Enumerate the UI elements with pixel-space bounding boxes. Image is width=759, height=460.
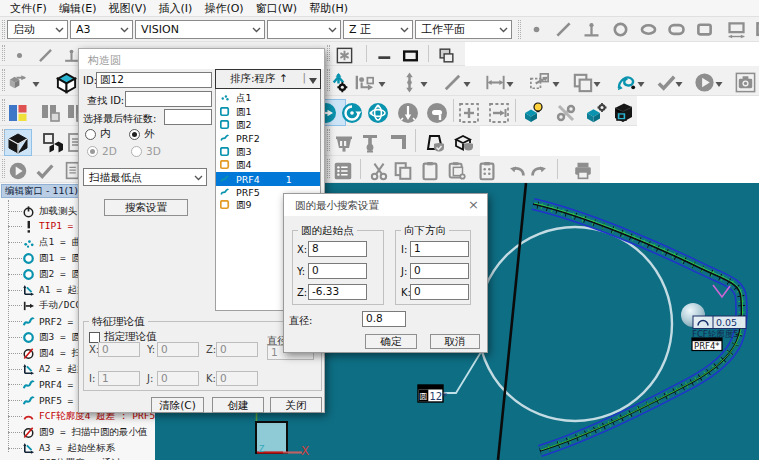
radio-2d[interactable]: 2D <box>87 145 117 157</box>
line-icon[interactable] <box>34 44 57 66</box>
translate-cube-icon[interactable] <box>3 69 30 95</box>
dropdown-arrow-icon[interactable] <box>552 78 560 91</box>
measure-line-icon[interactable] <box>439 69 466 95</box>
snapshot-icon[interactable] <box>732 69 759 95</box>
menu-view[interactable]: 视图(V) <box>102 0 152 17</box>
feature-list-item[interactable]: 圆1 <box>216 105 321 118</box>
dropdown-arrow-icon[interactable] <box>420 78 428 91</box>
find-id-input[interactable] <box>125 91 212 107</box>
menu-insert[interactable]: 插入(I) <box>153 0 199 17</box>
feature-list-item[interactable]: 圆2 <box>216 119 321 132</box>
i-input[interactable]: 1 <box>98 371 140 386</box>
create-button[interactable]: 创建 <box>212 397 264 413</box>
rotate-3d-icon[interactable] <box>364 99 392 126</box>
zoom-extent-icon[interactable] <box>485 99 513 126</box>
tree-item[interactable]: FCF位置度 = 通过 <box>0 456 155 460</box>
paste-icon[interactable] <box>417 158 443 183</box>
copy-icon[interactable] <box>390 158 416 183</box>
dropdown-arrow-icon[interactable] <box>715 78 723 91</box>
rotate-2d-icon[interactable] <box>338 99 366 126</box>
auto-square-slot-icon[interactable] <box>692 19 716 40</box>
scan-path-icon[interactable] <box>613 69 640 95</box>
radio-outer[interactable]: 外 <box>129 127 155 141</box>
toolbar-grip[interactable] <box>2 129 5 151</box>
paste-special-icon[interactable] <box>444 158 470 183</box>
collision-icon[interactable] <box>552 99 580 126</box>
ms-x-input[interactable]: 8 <box>308 241 367 257</box>
duplicate-window-icon[interactable] <box>435 44 458 66</box>
dropdown-arrow-icon[interactable] <box>32 78 40 91</box>
play-icon[interactable] <box>5 158 31 183</box>
auto-plane-icon[interactable] <box>579 19 603 40</box>
toolbar-grip[interactable] <box>327 159 330 178</box>
k-input[interactable]: 0 <box>216 371 258 386</box>
zoom-select-icon[interactable] <box>455 99 483 126</box>
rectangle-icon[interactable] <box>399 44 422 66</box>
view-cube-icon[interactable] <box>608 99 636 126</box>
redo-icon[interactable] <box>526 158 552 183</box>
circle12-label[interactable]: 圆 12* <box>418 385 447 402</box>
check-icon[interactable] <box>32 158 58 183</box>
point-icon[interactable] <box>8 44 31 66</box>
auto-cutout-icon[interactable] <box>745 19 759 40</box>
dropdown-arrow-icon[interactable] <box>378 78 386 91</box>
probe-file-combo[interactable]: VISION <box>135 20 265 39</box>
menu-operation[interactable]: 操作(O) <box>198 0 249 17</box>
dropdown-arrow-icon[interactable] <box>506 78 514 91</box>
corner-probe-icon[interactable] <box>384 129 412 156</box>
toolbar-grip[interactable] <box>327 129 330 151</box>
probe-down-icon[interactable] <box>394 99 422 126</box>
feature-list-item[interactable]: 圆4 <box>216 159 321 172</box>
paste-pattern-icon[interactable] <box>474 158 500 183</box>
iso-view-cube-icon[interactable] <box>53 69 80 95</box>
feature-list-item[interactable]: 圆3 <box>216 146 321 159</box>
radio-inner-circle[interactable] <box>85 129 96 140</box>
menu-file[interactable]: 文件(F) <box>4 0 53 17</box>
guard-plane-icon[interactable] <box>422 129 450 156</box>
feature-list-item[interactable]: PRF4 1 <box>216 172 321 185</box>
cascade-windows-icon[interactable] <box>36 99 64 126</box>
auto-ellipse-icon[interactable] <box>636 19 660 40</box>
dropdown-arrow-icon[interactable] <box>637 78 645 91</box>
auto-point-icon[interactable] <box>524 19 548 40</box>
close-icon[interactable]: × <box>468 197 479 213</box>
method-combo[interactable]: 扫描最低点 <box>83 168 207 186</box>
tree-item[interactable]: A3 = 起始坐标系 <box>0 440 155 456</box>
toolbar-grip[interactable] <box>2 45 5 61</box>
ms-dia-input[interactable]: 0.8 <box>362 311 406 327</box>
move-updown-icon[interactable] <box>396 69 423 95</box>
level-icon[interactable] <box>374 44 397 66</box>
cad-settings-icon[interactable] <box>582 99 610 126</box>
z-input[interactable]: 0 <box>216 342 258 357</box>
alignment-combo[interactable]: A3 <box>70 20 133 39</box>
fcf-frame-label[interactable]: 0.05 FCF轮廓度5 <box>692 316 746 339</box>
menu-help[interactable]: 帮助(H) <box>303 0 354 17</box>
prf4-label[interactable]: PRF4* <box>692 338 722 351</box>
clear-button[interactable]: 清除(C) <box>151 397 204 413</box>
checkbox-box[interactable] <box>89 332 100 343</box>
toolbar-grip[interactable] <box>2 159 5 178</box>
radio-2d-circle[interactable] <box>87 146 98 157</box>
toolbar-grip[interactable] <box>327 69 330 91</box>
dropdown-arrow-icon[interactable] <box>675 78 683 91</box>
goto-position-icon[interactable] <box>351 69 378 95</box>
sort-dropdown-icon[interactable] <box>309 75 318 87</box>
tree-item[interactable]: 圆9 = 扫描中圆的最小值 <box>0 424 155 440</box>
radio-3d[interactable]: 3D <box>131 145 161 157</box>
probe-box-icon[interactable] <box>333 44 356 66</box>
workplane-combo[interactable]: 工作平面 <box>415 20 512 39</box>
view-axis-combo[interactable]: Z 正 <box>343 20 413 39</box>
window-layout-icon[interactable] <box>4 99 32 126</box>
menu-edit[interactable]: 编辑(E) <box>53 0 103 17</box>
transform-icon[interactable] <box>526 69 553 95</box>
toolbar-grip[interactable] <box>2 99 5 121</box>
x-input[interactable]: 0 <box>98 342 140 357</box>
mode-combo[interactable]: 启动 <box>7 20 68 39</box>
ms-j-input[interactable]: 0 <box>410 263 469 279</box>
distance-icon[interactable] <box>482 69 509 95</box>
auto-round-slot-icon[interactable] <box>664 19 688 40</box>
guard-cube-icon[interactable] <box>450 129 478 156</box>
radio-outer-circle[interactable] <box>129 129 140 140</box>
summary-list-icon[interactable] <box>330 158 356 183</box>
radio-inner[interactable]: 内 <box>85 127 111 141</box>
